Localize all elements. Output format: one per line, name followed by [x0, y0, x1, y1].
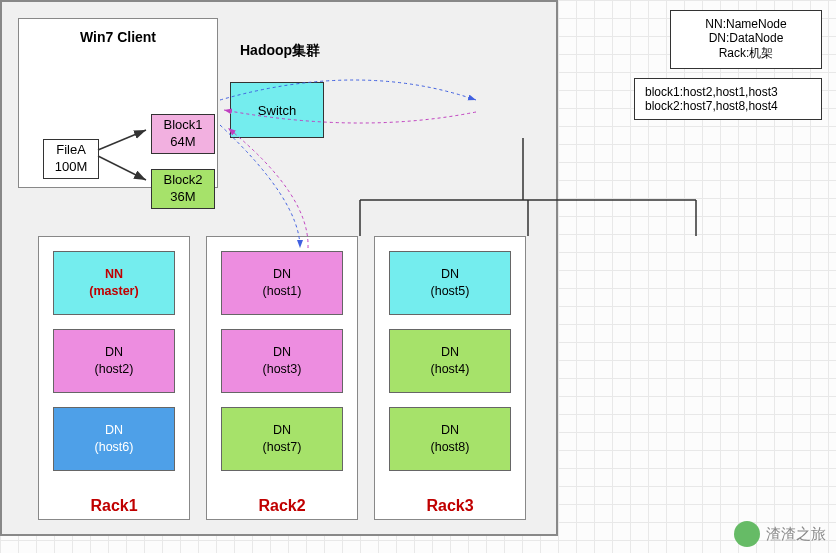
- legend-dn: DN:DataNode: [681, 31, 811, 45]
- rack3-node2-l1: DN: [441, 344, 459, 361]
- watermark-icon: [734, 521, 760, 547]
- rack3-node2: DN (host4): [389, 329, 511, 393]
- block1-name: Block1: [152, 117, 214, 134]
- rack3-node3-l1: DN: [441, 422, 459, 439]
- mapping-b1: block1:host2,host1,host3: [645, 85, 811, 99]
- rack3-node2-l2: (host4): [431, 361, 470, 378]
- rack1-node3-l1: DN: [105, 422, 123, 439]
- rack1-node2-l2: (host2): [95, 361, 134, 378]
- rack-3: DN (host5) DN (host4) DN (host8) Rack3: [374, 236, 526, 520]
- watermark: 渣渣之旅: [734, 521, 826, 547]
- rack3-node1-l1: DN: [441, 266, 459, 283]
- rack2-node1-l2: (host1): [263, 283, 302, 300]
- rack1-node1-l1: NN: [105, 266, 123, 283]
- switch-box: Switch: [230, 82, 324, 138]
- rack2-node1-l1: DN: [273, 266, 291, 283]
- rack1-node3: DN (host6): [53, 407, 175, 471]
- watermark-text: 渣渣之旅: [766, 525, 826, 544]
- rack3-node1-l2: (host5): [431, 283, 470, 300]
- legend-nn: NN:NameNode: [681, 17, 811, 31]
- rack1-node1-l2: (master): [89, 283, 138, 300]
- client-title: Win7 Client: [19, 19, 217, 63]
- rack1-label: Rack1: [39, 497, 189, 515]
- rack3-node3: DN (host8): [389, 407, 511, 471]
- rack-2: DN (host1) DN (host3) DN (host7) Rack2: [206, 236, 358, 520]
- block1-box: Block1 64M: [151, 114, 215, 154]
- rack3-node1: DN (host5): [389, 251, 511, 315]
- block2-size: 36M: [152, 189, 214, 206]
- rack3-node3-l2: (host8): [431, 439, 470, 456]
- rack2-node3: DN (host7): [221, 407, 343, 471]
- block2-box: Block2 36M: [151, 169, 215, 209]
- rack2-node3-l2: (host7): [263, 439, 302, 456]
- block1-size: 64M: [152, 134, 214, 151]
- cluster-title: Hadoop集群: [240, 42, 320, 60]
- block2-name: Block2: [152, 172, 214, 189]
- file-name: FileA: [44, 142, 98, 159]
- rack1-node1: NN (master): [53, 251, 175, 315]
- rack2-node2: DN (host3): [221, 329, 343, 393]
- rack2-node2-l1: DN: [273, 344, 291, 361]
- mapping-b2: block2:host7,host8,host4: [645, 99, 811, 113]
- client-panel: Win7 Client FileA 100M Block1 64M Block2…: [18, 18, 218, 188]
- rack2-node1: DN (host1): [221, 251, 343, 315]
- legend-rack: Rack:机架: [681, 45, 811, 62]
- mapping-note: block1:host2,host1,host3 block2:host7,ho…: [634, 78, 822, 120]
- rack1-node2: DN (host2): [53, 329, 175, 393]
- rack2-label: Rack2: [207, 497, 357, 515]
- rack1-node3-l2: (host6): [95, 439, 134, 456]
- rack-1: NN (master) DN (host2) DN (host6) Rack1: [38, 236, 190, 520]
- rack1-node2-l1: DN: [105, 344, 123, 361]
- rack2-node3-l1: DN: [273, 422, 291, 439]
- file-box: FileA 100M: [43, 139, 99, 179]
- file-size: 100M: [44, 159, 98, 176]
- rack2-node2-l2: (host3): [263, 361, 302, 378]
- rack3-label: Rack3: [375, 497, 525, 515]
- legend-note: NN:NameNode DN:DataNode Rack:机架: [670, 10, 822, 69]
